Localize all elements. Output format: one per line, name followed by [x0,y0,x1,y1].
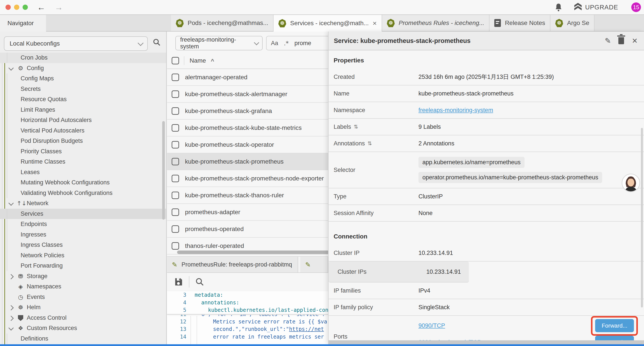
sidebar-item[interactable]: Priority Classes [0,146,166,157]
sort-icon[interactable]: ⇅ [368,140,372,146]
table-row[interactable]: kube-prometheus-stack-thanos-ruler [167,187,328,204]
sidebar-item[interactable]: ❖ Custom Resources [0,323,166,334]
table-row[interactable]: prometheus-adapter [167,204,328,221]
sidebar-item[interactable]: Pod Disruption Budgets [0,136,166,146]
sidebar-item[interactable]: Vertical Pod Autoscalers [0,125,166,136]
name-column-header[interactable]: Name [190,57,206,64]
row-checkbox[interactable] [172,141,179,148]
close-icon[interactable]: × [632,36,638,45]
editor-line[interactable]: 12 Metrics service error rate is {{ $va [167,318,328,326]
row-checkbox[interactable] [172,242,179,250]
sidebar-item[interactable]: Leases [0,167,166,178]
editor-line[interactable]: 4 annotations: [167,299,328,307]
row-checkbox[interactable] [172,158,179,165]
sidebar-item[interactable]: Ingresses [0,230,166,240]
navigator-panel-tab[interactable]: Navigator [0,15,46,31]
table-row[interactable]: kube-prometheus-stack-prometheus [167,153,328,170]
editor-line[interactable]: 13 second.","runbook_url":"https://net [167,326,328,333]
regex-toggle[interactable]: .* [284,40,289,47]
sidebar-item[interactable]: Horizontal Pod Autoscalers [0,115,166,125]
sidebar-item[interactable]: Resource Quotas [0,94,166,105]
save-icon[interactable] [174,277,183,287]
delete-icon[interactable] [618,37,624,44]
sidebar-item[interactable]: Mutating Webhook Configurations [0,177,166,188]
row-checkbox[interactable] [172,90,179,98]
sort-asc-icon[interactable]: ^ [211,58,214,65]
editor-line[interactable]: 5 kubectl.kubernetes.io/last-applied-con… [167,306,328,314]
upgrade-button[interactable]: UPGRADE [574,4,618,11]
editor-search-icon[interactable] [195,277,204,287]
expand-chevron-icon[interactable] [8,274,14,279]
close-window-button[interactable] [6,4,11,10]
row-checkbox[interactable] [172,124,179,132]
row-checkbox[interactable] [172,192,179,199]
kubeconfig-selector[interactable]: Local Kubeconfigs [4,36,148,51]
sidebar-item[interactable]: ↑↓ Network [0,198,166,209]
sidebar-item[interactable]: Secrets [0,84,166,94]
table-horizontal-scrollbar[interactable] [177,251,328,254]
expand-chevron-icon[interactable] [8,65,14,70]
table-row[interactable]: kube-prometheus-stack-grafana [167,103,328,120]
user-avatar[interactable] [622,174,640,192]
sidebar-item[interactable]: Runtime Classes [0,157,166,167]
content-tab[interactable]: ☸ Prometheus Rules - icecheng... [382,15,490,31]
sidebar-item[interactable]: Ingress Classes [0,240,166,250]
content-tab[interactable]: ☸ Argo Se [550,15,594,31]
editor-tab[interactable]: ✎ PrometheusRule: freeleaps-prod-rabbitm… [167,257,298,272]
content-tab[interactable]: ☸ Services - icecheng@math... × [274,15,382,31]
namespace-link[interactable]: freeleaps-monitoring-system [418,107,493,113]
sidebar-item[interactable]: Port Forwarding [0,261,166,271]
sidebar-item[interactable]: Network Policies [0,250,166,261]
table-row[interactable]: prometheus-operated [167,221,328,238]
expand-chevron-icon[interactable] [8,325,14,331]
sidebar-item[interactable]: Services [0,209,166,219]
table-row[interactable]: kube-prometheus-stack-alertmanager [167,86,328,103]
sidebar-item[interactable]: ☸ Helm [0,302,166,313]
sidebar-item[interactable]: Cron Jobs [0,52,166,63]
sidebar-item[interactable]: Validating Webhook Configurations [0,188,166,198]
yaml-editor[interactable]: 3 metadata: 4 annotations: 5 kubectl.kub… [167,291,328,344]
sidebar-scrollbar[interactable] [162,121,165,220]
sidebar-item[interactable]: Limit Ranges [0,105,166,115]
expand-chevron-icon[interactable] [8,305,14,310]
selector-chip[interactable]: app.kubernetes.io/name=prometheus [418,157,524,168]
editor-line[interactable]: 3 metadata: [167,291,328,299]
back-button[interactable]: ← [37,3,45,11]
sort-icon[interactable]: ⇅ [354,124,358,130]
notification-count-badge[interactable]: 15 [631,2,641,12]
edit-icon[interactable]: ✎ [605,36,611,45]
table-row[interactable]: alertmanager-operated [167,69,328,86]
sidebar-item[interactable]: ◈ Namespaces [0,281,166,292]
port-link[interactable]: 9090/TCP [418,322,445,329]
sidebar-item[interactable]: Config Maps [0,73,166,84]
row-checkbox[interactable] [172,107,179,115]
table-row[interactable]: kube-prometheus-stack-prometheus-node-ex… [167,170,328,187]
filter-search-input[interactable]: Aa .* prome [266,36,328,50]
forward-button[interactable]: → [54,3,63,11]
drawer-scrollbar[interactable] [641,128,643,308]
forward-button[interactable]: Forward... [595,319,634,332]
expand-chevron-icon[interactable] [8,200,14,206]
expand-chevron-icon[interactable] [8,316,14,321]
runbook-url-link[interactable]: https://net [289,326,324,332]
row-checkbox[interactable] [172,209,179,216]
sidebar-item[interactable]: Definitions [0,334,166,344]
table-row[interactable]: kube-prometheus-stack-operator [167,136,328,153]
selector-chip[interactable]: operator.prometheus.io/name=kube-prometh… [418,172,602,183]
notifications-bell-icon[interactable] [554,3,562,11]
cluster-ip-chip[interactable]: 10.233.14.91 [422,266,465,278]
sidebar-item[interactable]: ◷ Events [0,292,166,303]
sidebar-item[interactable]: Access Control [0,313,166,323]
drawer-bottom-scrollbar[interactable] [328,340,644,344]
editor-tab-partial[interactable]: ✎ [300,257,328,272]
editor-line[interactable]: 14 error rate in freeleaps metrics ser [167,333,328,341]
sidebar-item[interactable]: ⛃ Storage [0,271,166,282]
sidebar-item[interactable]: Endpoints [0,219,166,230]
minimize-window-button[interactable] [14,4,19,10]
match-case-toggle[interactable]: Aa [271,40,278,47]
row-checkbox[interactable] [172,175,179,182]
sidebar-search-icon[interactable] [152,38,161,46]
content-tab[interactable]: ☸ Pods - icecheng@mathmas... [171,15,274,31]
zoom-window-button[interactable] [22,4,28,10]
table-row[interactable]: kube-prometheus-stack-kube-state-metrics [167,120,328,136]
